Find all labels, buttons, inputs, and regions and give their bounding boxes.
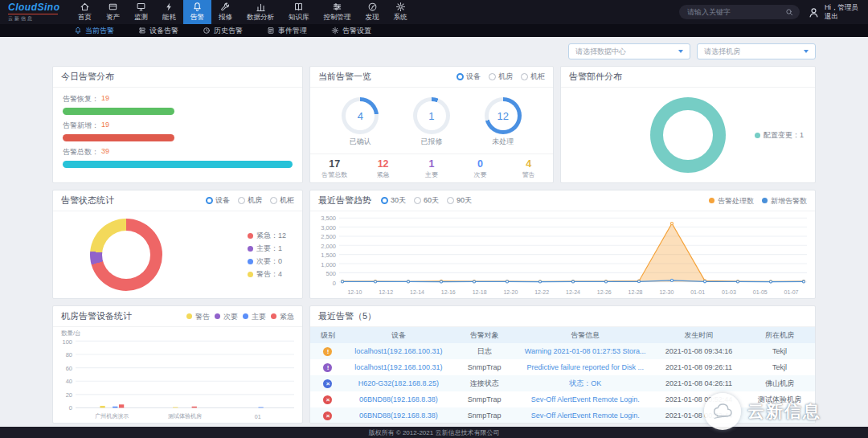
stat-item: 1 主要 (407, 154, 456, 182)
nav-item[interactable]: 控制管理 (317, 0, 358, 24)
subnav-item[interactable]: 历史告警 (203, 26, 243, 36)
legend-item[interactable]: 紧急：12 (248, 229, 286, 242)
radio-dot (381, 197, 388, 204)
warning-severity-icon: ! (323, 347, 332, 356)
axis-tick: 1,500 (315, 252, 336, 259)
roomstat-legend: 警告 次要 主要 紧急 (186, 310, 294, 323)
device-link[interactable]: localhost1(192.168.100.31) (346, 343, 452, 359)
subnav-item[interactable]: 当前告警 (74, 26, 114, 36)
axis-tick: 20 (58, 391, 72, 399)
radio-option[interactable]: 机柜 (270, 195, 294, 206)
logout-link[interactable]: 退出 (825, 12, 858, 21)
roomstat-bar-chart (76, 338, 294, 411)
table-row[interactable]: × 06BND88(192.168.8.38) SnmpTrap Sev-Off… (310, 391, 815, 407)
axis-tick: 01-03 (714, 289, 745, 295)
panel-title: 今日告警分布 (61, 71, 114, 83)
legend-label: 次要：0 (256, 255, 282, 268)
nav-item[interactable]: 资产 (99, 0, 127, 24)
radio-option[interactable]: 60天 (414, 195, 439, 206)
subnav-item[interactable]: 告警设置 (331, 26, 371, 36)
nav-item[interactable]: 监测 (127, 0, 155, 24)
legend-item[interactable]: 警告 (186, 310, 210, 323)
alarm-info-link[interactable]: Sev-Off AlertEvent Remote Login. (517, 407, 653, 424)
device-link[interactable]: localhost1(192.168.100.31) (346, 359, 452, 375)
component-legend: 配置变更：1 (755, 129, 804, 141)
radio-option[interactable]: 设备 (206, 195, 230, 206)
stat-value: 0 (456, 158, 504, 170)
radio-option[interactable]: 设备 (457, 72, 481, 82)
user-area: Hi，管理员 退出 (808, 0, 868, 24)
legend-label: 配置变更：1 (764, 129, 804, 141)
nav-item[interactable]: 能耗 (155, 0, 183, 24)
table-row[interactable]: ! localhost1(192.168.100.31) 日志 Warning … (310, 343, 815, 359)
panel-title: 告警部件分布 (569, 71, 622, 83)
alarm-room-cell: Tekjl (744, 359, 815, 375)
legend-dot (248, 272, 253, 277)
room-select[interactable]: 请选择机房 (697, 43, 816, 59)
radio-label: 90天 (457, 195, 472, 206)
legend-item[interactable]: 配置变更：1 (755, 129, 804, 141)
alarm-info-link[interactable]: Sev-Off AlertEvent Remote Login. (517, 391, 653, 407)
nav-item[interactable]: 发现 (358, 0, 387, 24)
ring-indicator[interactable]: 1 已报修 (413, 97, 450, 147)
legend-label: 次要 (223, 310, 238, 323)
legend-item[interactable]: 主要：1 (248, 242, 286, 255)
subnav-item[interactable]: 事件管理 (267, 26, 307, 36)
nav-item[interactable]: 系统 (387, 0, 415, 24)
legend-item[interactable]: 次要：0 (248, 255, 286, 268)
alarm-info-link[interactable]: 状态：OK (517, 375, 653, 391)
table-row[interactable]: ! localhost1(192.168.100.31) SnmpTrap Pr… (310, 359, 815, 375)
legend-item[interactable]: 主要 (243, 310, 266, 323)
legend-item[interactable]: 告警处理数 (709, 194, 754, 207)
subnav-item[interactable]: 设备告警 (138, 26, 178, 36)
global-search[interactable] (679, 5, 800, 19)
table-header-row: 级别设备告警对象告警信息发生时间所在机房 (310, 327, 815, 343)
device-link[interactable]: 06BND88(192.168.8.38) (346, 407, 452, 424)
search-icon[interactable] (785, 8, 793, 16)
top-navbar: CloudSino 云新信息 首页 资产 监测 能耗 告警 报修 (0, 0, 868, 24)
ring-indicator[interactable]: 4 已确认 (342, 97, 379, 147)
stat-value: 1 (407, 158, 456, 170)
panel-title: 告警状态统计 (61, 194, 114, 207)
nav-item[interactable]: 知识库 (281, 0, 317, 24)
legend-dot (762, 198, 768, 203)
nav-item[interactable]: 首页 (71, 0, 99, 24)
radio-option[interactable]: 机房 (489, 72, 513, 82)
alarm-info-link[interactable]: Warning 2021-01-08 01:27:53 Stora... (517, 343, 653, 359)
radio-option[interactable]: 机房 (238, 195, 262, 206)
major-severity-icon: ! (323, 363, 332, 372)
radio-option[interactable]: 90天 (447, 195, 472, 206)
subnav-label: 事件管理 (278, 26, 307, 36)
brand-logo[interactable]: CloudSino 云新信息 (0, 0, 71, 24)
legend-dot (755, 133, 760, 138)
column-header: 发生时间 (653, 327, 744, 343)
legend-item[interactable]: 次要 (215, 310, 238, 323)
repair-icon (220, 2, 231, 12)
y-axis-title: 数量/台 (61, 330, 294, 338)
axis-tick: 12-30 (651, 289, 682, 295)
radio-option[interactable]: 机柜 (521, 72, 545, 82)
radio-option[interactable]: 30天 (381, 195, 406, 206)
device-link[interactable]: 06BND88(192.168.8.38) (346, 391, 452, 407)
nav-item[interactable]: 报修 (211, 0, 240, 24)
legend-item[interactable]: 紧急 (271, 310, 294, 323)
legend-label: 新增告警数 (771, 194, 807, 207)
chevron-down-icon (678, 50, 683, 53)
device-link[interactable]: H620-G32(182.168.8.25) (346, 375, 452, 391)
table-row[interactable]: × H620-G32(182.168.8.25) 连接状态 状态：OK 2021… (310, 375, 815, 391)
legend-item[interactable]: 新增告警数 (762, 194, 807, 207)
axis-tick: 12-20 (495, 289, 526, 295)
user-icon[interactable] (808, 6, 820, 18)
alarm-info-link[interactable]: Predictive failure reported for Disk ... (517, 359, 653, 375)
axis-tick: 12-28 (620, 289, 651, 295)
nav-item[interactable]: 数据分析 (240, 0, 281, 24)
search-input[interactable] (686, 7, 785, 17)
column-header: 级别 (310, 327, 346, 343)
datacenter-select[interactable]: 请选择数据中心 (568, 43, 690, 59)
table-row[interactable]: × 06BND88(192.168.8.38) SnmpTrap Sev-Off… (310, 407, 815, 424)
nav-item[interactable]: 告警 (183, 0, 211, 24)
ring-value: 1 (417, 101, 446, 130)
radio-dot (270, 197, 277, 204)
legend-item[interactable]: 警告：4 (248, 268, 286, 280)
ring-indicator[interactable]: 12 未处理 (485, 97, 522, 147)
